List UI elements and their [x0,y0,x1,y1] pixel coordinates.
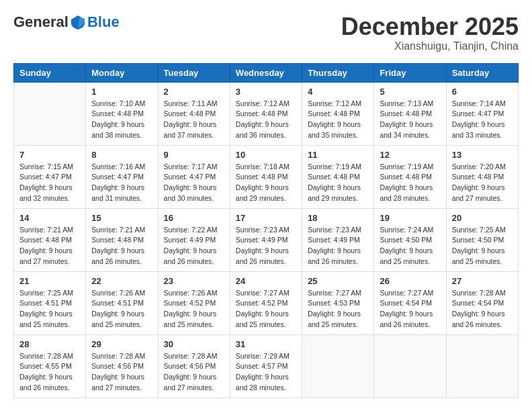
day-number: 6 [452,87,513,97]
calendar-day-cell: 19Sunrise: 7:24 AMSunset: 4:50 PMDayligh… [374,208,446,271]
day-info: Sunrise: 7:10 AMSunset: 4:48 PMDaylight:… [91,99,152,141]
day-number: 26 [380,276,440,286]
day-info: Sunrise: 7:25 AMSunset: 4:50 PMDaylight:… [452,225,513,267]
calendar-day-cell: 28Sunrise: 7:28 AMSunset: 4:55 PMDayligh… [14,334,86,398]
calendar-day-cell: 21Sunrise: 7:25 AMSunset: 4:51 PMDayligh… [14,271,86,334]
calendar-day-cell: 25Sunrise: 7:27 AMSunset: 4:53 PMDayligh… [302,271,374,334]
day-number: 3 [236,87,296,97]
calendar-day-cell: 4Sunrise: 7:12 AMSunset: 4:48 PMDaylight… [302,82,374,145]
day-info: Sunrise: 7:21 AMSunset: 4:48 PMDaylight:… [91,225,152,267]
day-number: 21 [19,276,80,286]
day-info: Sunrise: 7:24 AMSunset: 4:50 PMDaylight:… [380,225,440,267]
calendar-week-row: 21Sunrise: 7:25 AMSunset: 4:51 PMDayligh… [14,271,519,334]
calendar-day-cell: 1Sunrise: 7:10 AMSunset: 4:48 PMDaylight… [86,82,158,145]
weekday-header-thursday: Thursday [302,63,374,82]
day-info: Sunrise: 7:12 AMSunset: 4:48 PMDaylight:… [236,99,296,141]
calendar-week-row: 14Sunrise: 7:21 AMSunset: 4:48 PMDayligh… [14,208,519,271]
weekday-header-friday: Friday [374,63,446,82]
calendar-day-cell: 30Sunrise: 7:28 AMSunset: 4:56 PMDayligh… [158,334,230,398]
logo: General Blue [13,13,120,31]
weekday-header-saturday: Saturday [446,63,518,82]
calendar-day-cell [302,334,374,398]
day-info: Sunrise: 7:27 AMSunset: 4:54 PMDaylight:… [380,288,440,330]
calendar-day-cell [446,334,518,398]
day-info: Sunrise: 7:18 AMSunset: 4:48 PMDaylight:… [236,162,296,204]
weekday-header-wednesday: Wednesday [230,63,302,82]
day-number: 27 [452,276,513,286]
calendar-day-cell: 29Sunrise: 7:28 AMSunset: 4:56 PMDayligh… [86,334,158,398]
calendar-day-cell: 14Sunrise: 7:21 AMSunset: 4:48 PMDayligh… [14,208,86,271]
day-number: 23 [164,276,224,286]
day-info: Sunrise: 7:23 AMSunset: 4:49 PMDaylight:… [236,225,296,267]
weekday-header-sunday: Sunday [14,63,86,82]
day-number: 10 [236,150,296,160]
calendar-day-cell [374,334,446,398]
day-info: Sunrise: 7:28 AMSunset: 4:55 PMDaylight:… [19,351,80,394]
calendar-table: SundayMondayTuesdayWednesdayThursdayFrid… [13,63,519,398]
day-info: Sunrise: 7:28 AMSunset: 4:54 PMDaylight:… [452,288,513,330]
day-number: 20 [452,213,513,223]
day-info: Sunrise: 7:28 AMSunset: 4:56 PMDaylight:… [91,351,152,394]
day-info: Sunrise: 7:20 AMSunset: 4:48 PMDaylight:… [452,162,513,204]
calendar-day-cell: 11Sunrise: 7:19 AMSunset: 4:48 PMDayligh… [302,145,374,208]
day-number: 28 [19,339,80,349]
day-number: 30 [164,339,224,349]
day-info: Sunrise: 7:15 AMSunset: 4:47 PMDaylight:… [19,162,80,204]
day-info: Sunrise: 7:17 AMSunset: 4:47 PMDaylight:… [164,162,224,204]
day-number: 5 [380,87,440,97]
calendar-week-row: 1Sunrise: 7:10 AMSunset: 4:48 PMDaylight… [14,82,519,145]
day-number: 12 [380,150,440,160]
month-title: December 2025 [341,13,519,40]
day-info: Sunrise: 7:28 AMSunset: 4:56 PMDaylight:… [164,351,224,394]
calendar-day-cell: 31Sunrise: 7:29 AMSunset: 4:57 PMDayligh… [230,334,302,398]
day-info: Sunrise: 7:25 AMSunset: 4:51 PMDaylight:… [19,288,80,330]
day-number: 22 [91,276,152,286]
logo-icon [70,14,86,30]
calendar-day-cell: 5Sunrise: 7:13 AMSunset: 4:48 PMDaylight… [374,82,446,145]
day-number: 11 [308,150,368,160]
calendar-day-cell: 17Sunrise: 7:23 AMSunset: 4:49 PMDayligh… [230,208,302,271]
day-number: 24 [236,276,296,286]
day-number: 18 [308,213,368,223]
day-number: 29 [91,339,152,349]
day-number: 4 [308,87,368,97]
weekday-header-monday: Monday [86,63,158,82]
day-info: Sunrise: 7:26 AMSunset: 4:51 PMDaylight:… [91,288,152,330]
calendar-day-cell: 10Sunrise: 7:18 AMSunset: 4:48 PMDayligh… [230,145,302,208]
calendar-day-cell: 27Sunrise: 7:28 AMSunset: 4:54 PMDayligh… [446,271,518,334]
day-info: Sunrise: 7:23 AMSunset: 4:49 PMDaylight:… [308,225,368,267]
day-number: 19 [380,213,440,223]
day-info: Sunrise: 7:14 AMSunset: 4:47 PMDaylight:… [452,99,513,141]
location-title: Xianshuigu, Tianjin, China [341,40,519,52]
day-number: 7 [19,150,80,160]
calendar-day-cell: 24Sunrise: 7:27 AMSunset: 4:52 PMDayligh… [230,271,302,334]
calendar-day-cell: 18Sunrise: 7:23 AMSunset: 4:49 PMDayligh… [302,208,374,271]
day-number: 14 [19,213,80,223]
calendar-day-cell: 15Sunrise: 7:21 AMSunset: 4:48 PMDayligh… [86,208,158,271]
calendar-day-cell: 22Sunrise: 7:26 AMSunset: 4:51 PMDayligh… [86,271,158,334]
logo-general-text: General [13,13,69,31]
day-info: Sunrise: 7:27 AMSunset: 4:52 PMDaylight:… [236,288,296,330]
title-block: December 2025 Xianshuigu, Tianjin, China [341,13,519,52]
day-info: Sunrise: 7:16 AMSunset: 4:47 PMDaylight:… [91,162,152,204]
page-header: General Blue December 2025 Xianshuigu, T… [13,13,519,52]
day-info: Sunrise: 7:26 AMSunset: 4:52 PMDaylight:… [164,288,224,330]
calendar-day-cell: 7Sunrise: 7:15 AMSunset: 4:47 PMDaylight… [14,145,86,208]
day-info: Sunrise: 7:13 AMSunset: 4:48 PMDaylight:… [380,99,440,141]
calendar-day-cell: 6Sunrise: 7:14 AMSunset: 4:47 PMDaylight… [446,82,518,145]
logo-blue-text: Blue [87,13,120,31]
day-number: 31 [236,339,296,349]
calendar-day-cell: 23Sunrise: 7:26 AMSunset: 4:52 PMDayligh… [158,271,230,334]
day-number: 1 [91,87,152,97]
calendar-day-cell [14,82,86,145]
day-info: Sunrise: 7:27 AMSunset: 4:53 PMDaylight:… [308,288,368,330]
day-info: Sunrise: 7:19 AMSunset: 4:48 PMDaylight:… [380,162,440,204]
calendar-day-cell: 8Sunrise: 7:16 AMSunset: 4:47 PMDaylight… [86,145,158,208]
day-number: 13 [452,150,513,160]
day-info: Sunrise: 7:21 AMSunset: 4:48 PMDaylight:… [19,225,80,267]
day-info: Sunrise: 7:12 AMSunset: 4:48 PMDaylight:… [308,99,368,141]
calendar-day-cell: 12Sunrise: 7:19 AMSunset: 4:48 PMDayligh… [374,145,446,208]
day-info: Sunrise: 7:19 AMSunset: 4:48 PMDaylight:… [308,162,368,204]
calendar-day-cell: 26Sunrise: 7:27 AMSunset: 4:54 PMDayligh… [374,271,446,334]
calendar-week-row: 7Sunrise: 7:15 AMSunset: 4:47 PMDaylight… [14,145,519,208]
